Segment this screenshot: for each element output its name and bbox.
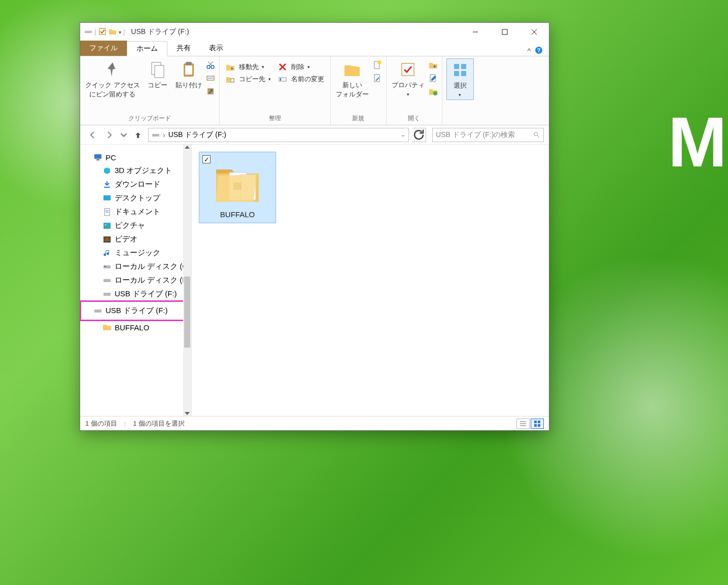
qat-properties-icon[interactable] <box>98 27 107 37</box>
refresh-button[interactable] <box>412 128 426 142</box>
tree-documents[interactable]: ドキュメント <box>80 205 191 219</box>
tree-videos[interactable]: ビデオ <box>80 232 191 246</box>
search-box[interactable]: USB ドライブ (F:)の検索 <box>432 128 544 142</box>
svg-rect-35 <box>461 71 466 76</box>
svg-rect-12 <box>186 62 192 65</box>
svg-rect-63 <box>534 424 537 427</box>
svg-rect-39 <box>94 154 101 159</box>
open-icon[interactable] <box>429 60 438 72</box>
svg-rect-1 <box>85 30 92 31</box>
copy-label: コピー <box>148 81 167 90</box>
tab-home[interactable]: ホーム <box>127 41 167 56</box>
select-button[interactable]: 選択 ▾ <box>446 58 474 100</box>
ribbon-collapse-icon[interactable]: ^ <box>527 47 531 55</box>
easy-access-icon[interactable] <box>373 74 382 85</box>
status-selected: 1 個の項目を選択 <box>133 419 185 428</box>
new-folder-label: 新しい フォルダー <box>336 81 369 99</box>
tree-desktop[interactable]: デスクトップ <box>80 191 191 205</box>
search-icon <box>533 131 540 139</box>
maximize-button[interactable] <box>490 23 519 41</box>
tab-view[interactable]: 表示 <box>200 41 232 56</box>
drive-icon <box>84 27 92 37</box>
svg-rect-52 <box>103 279 111 282</box>
paste-button[interactable]: 貼り付け <box>175 58 203 92</box>
svg-rect-42 <box>103 195 111 200</box>
qat-folder-icon[interactable] <box>109 27 117 37</box>
recent-dropdown[interactable] <box>120 128 128 142</box>
ribbon-tabs: ファイル ホーム 共有 表示 ^ ? <box>80 41 549 56</box>
copy-button[interactable]: コピー <box>144 58 171 92</box>
svg-rect-53 <box>103 293 111 296</box>
svg-point-14 <box>207 65 210 68</box>
forward-button[interactable] <box>102 128 117 142</box>
select-label: 選択 <box>454 81 467 90</box>
breadcrumb-sep: › <box>163 131 165 139</box>
copy-to-button[interactable]: コピー先▾ <box>224 74 273 85</box>
new-folder-button[interactable]: 新しい フォルダー <box>335 58 370 101</box>
new-item-icon[interactable] <box>373 60 382 72</box>
divider: | <box>94 28 96 36</box>
svg-rect-13 <box>185 65 192 75</box>
help-icon[interactable]: ? <box>535 46 543 56</box>
folder-name: BUFFALO <box>202 210 272 219</box>
minimize-button[interactable] <box>461 23 490 41</box>
history-icon[interactable] <box>429 87 438 98</box>
nav-scrollbar[interactable] <box>183 145 191 416</box>
tab-share[interactable]: 共有 <box>167 41 200 56</box>
tree-usb-f-nested[interactable]: USB ドライブ (F:) <box>80 287 191 301</box>
svg-rect-21 <box>231 79 234 82</box>
back-button[interactable] <box>85 128 99 142</box>
address-bar[interactable]: › USB ドライブ (F:) ⌄ <box>148 128 409 142</box>
folder-item-buffalo[interactable]: ✓ BUFFALO <box>199 152 276 223</box>
copy-to-label: コピー先 <box>239 75 265 84</box>
tree-local-disk-c[interactable]: ローカル ディスク (C <box>80 260 191 273</box>
tree-pc[interactable]: PC <box>80 151 191 164</box>
edit-icon[interactable] <box>429 74 438 85</box>
properties-button[interactable]: プロパティ ▾ <box>391 58 426 99</box>
svg-rect-33 <box>461 64 466 69</box>
svg-text:?: ? <box>537 47 541 53</box>
new-group-label: 新規 <box>335 112 382 125</box>
delete-button[interactable]: 削除▾ <box>276 61 326 73</box>
move-to-button[interactable]: 移動先▾ <box>224 61 273 73</box>
folder-icon <box>212 160 263 206</box>
status-bar: 1 個の項目 | 1 個の項目を選択 <box>80 416 549 430</box>
paste-label: 貼り付け <box>176 81 202 90</box>
svg-point-37 <box>534 132 538 135</box>
svg-point-27 <box>377 60 382 64</box>
drive-icon <box>152 131 160 139</box>
ribbon-group-organize: 移動先▾ コピー先▾ 削除▾ 名前の変更 <box>220 56 331 125</box>
tree-downloads[interactable]: ダウンロード <box>80 178 191 191</box>
copy-path-icon[interactable] <box>206 74 215 85</box>
rename-button[interactable]: 名前の変更 <box>276 74 326 85</box>
pin-quickaccess-button[interactable]: クイック アクセス にピン留めする <box>84 58 141 101</box>
tree-pictures[interactable]: ピクチャ <box>80 219 191 232</box>
ribbon: クイック アクセス にピン留めする コピー 貼り付け クリップボード <box>80 56 549 125</box>
content-pane[interactable]: ✓ BUFFALO <box>192 145 549 416</box>
tree-usb-f-current[interactable]: USB ドライブ (F:) <box>80 301 191 321</box>
divider: | <box>123 28 125 36</box>
qat-dropdown-icon[interactable]: ▾ <box>119 29 121 35</box>
close-button[interactable] <box>519 23 549 41</box>
item-checkbox[interactable]: ✓ <box>202 155 211 163</box>
breadcrumb-current[interactable]: USB ドライブ (F:) <box>168 130 226 140</box>
svg-rect-29 <box>402 63 414 76</box>
cut-icon[interactable] <box>206 60 215 72</box>
svg-point-15 <box>211 65 214 68</box>
tree-buffalo[interactable]: BUFFALO <box>80 321 191 334</box>
tab-file[interactable]: ファイル <box>80 41 127 56</box>
chevron-down-icon[interactable]: ⌄ <box>401 131 405 138</box>
tree-local-disk-d[interactable]: ローカル ディスク (D <box>80 273 191 287</box>
tree-music[interactable]: ミュージック <box>80 246 191 260</box>
svg-rect-4 <box>502 29 507 35</box>
view-icons-button[interactable] <box>531 419 544 429</box>
paste-shortcut-icon[interactable] <box>206 87 215 98</box>
properties-label: プロパティ <box>392 81 425 90</box>
ribbon-group-new: 新しい フォルダー 新規 <box>331 56 387 125</box>
view-details-button[interactable] <box>516 419 530 429</box>
tree-3d-objects[interactable]: 3D オブジェクト <box>80 164 191 178</box>
up-button[interactable] <box>131 128 145 142</box>
svg-rect-25 <box>280 78 281 81</box>
delete-label: 削除 <box>291 62 304 72</box>
svg-rect-49 <box>105 237 110 242</box>
